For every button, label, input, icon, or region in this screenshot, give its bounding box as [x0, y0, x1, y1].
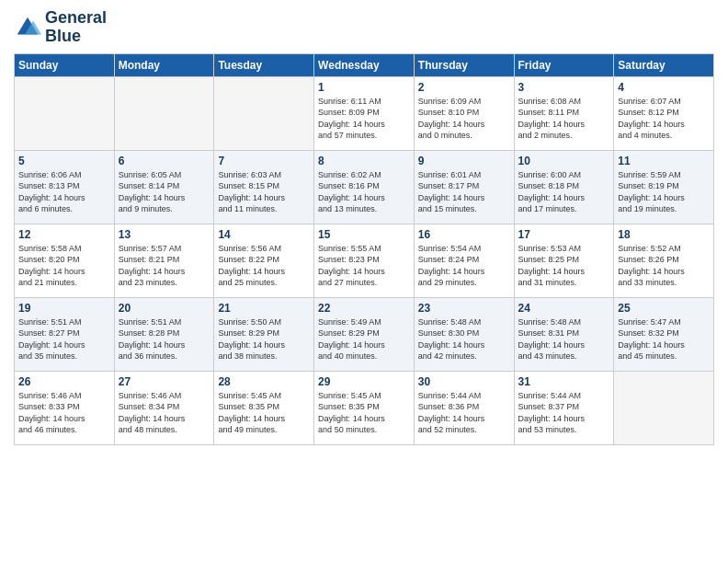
page-header: General Blue [14, 9, 714, 46]
calendar-day-cell: 24Sunrise: 5:48 AM Sunset: 8:31 PM Dayli… [514, 297, 614, 371]
day-number: 18 [618, 228, 710, 241]
calendar-day-cell: 28Sunrise: 5:45 AM Sunset: 8:35 PM Dayli… [214, 371, 314, 444]
day-info: Sunrise: 5:44 AM Sunset: 8:36 PM Dayligh… [418, 390, 510, 436]
day-info: Sunrise: 5:52 AM Sunset: 8:26 PM Dayligh… [618, 243, 710, 289]
day-info: Sunrise: 5:56 AM Sunset: 8:22 PM Dayligh… [218, 243, 310, 289]
calendar-day-cell: 19Sunrise: 5:51 AM Sunset: 8:27 PM Dayli… [15, 297, 115, 371]
day-number: 9 [418, 155, 510, 167]
day-info: Sunrise: 5:45 AM Sunset: 8:35 PM Dayligh… [218, 390, 310, 436]
calendar-day-cell [614, 371, 714, 444]
day-number: 24 [518, 302, 610, 315]
calendar-day-cell: 25Sunrise: 5:47 AM Sunset: 8:32 PM Dayli… [614, 297, 714, 371]
calendar-day-cell: 8Sunrise: 6:02 AM Sunset: 8:16 PM Daylig… [314, 150, 415, 224]
day-info: Sunrise: 6:11 AM Sunset: 8:09 PM Dayligh… [318, 96, 410, 142]
day-number: 23 [418, 302, 510, 315]
calendar-day-cell [214, 76, 314, 150]
day-info: Sunrise: 5:46 AM Sunset: 8:34 PM Dayligh… [119, 390, 210, 436]
day-number: 5 [18, 155, 110, 167]
calendar-day-cell: 4Sunrise: 6:07 AM Sunset: 8:12 PM Daylig… [614, 76, 714, 150]
calendar-day-cell: 2Sunrise: 6:09 AM Sunset: 8:10 PM Daylig… [414, 76, 514, 150]
day-number: 11 [618, 155, 710, 167]
day-number: 4 [618, 81, 710, 94]
day-info: Sunrise: 5:57 AM Sunset: 8:21 PM Dayligh… [119, 243, 210, 289]
day-number: 17 [518, 228, 610, 241]
calendar-day-cell: 14Sunrise: 5:56 AM Sunset: 8:22 PM Dayli… [214, 224, 314, 297]
calendar-day-cell: 20Sunrise: 5:51 AM Sunset: 8:28 PM Dayli… [114, 297, 214, 371]
day-number: 19 [18, 302, 110, 315]
calendar-week-row: 1Sunrise: 6:11 AM Sunset: 8:09 PM Daylig… [15, 76, 714, 150]
day-number: 31 [518, 375, 610, 388]
day-of-week-header: Friday [514, 53, 614, 76]
day-info: Sunrise: 5:44 AM Sunset: 8:37 PM Dayligh… [518, 390, 610, 436]
calendar-week-row: 5Sunrise: 6:06 AM Sunset: 8:13 PM Daylig… [15, 150, 714, 224]
calendar-week-row: 19Sunrise: 5:51 AM Sunset: 8:27 PM Dayli… [15, 297, 714, 371]
day-info: Sunrise: 5:49 AM Sunset: 8:29 PM Dayligh… [318, 316, 410, 362]
day-info: Sunrise: 5:45 AM Sunset: 8:35 PM Dayligh… [318, 390, 410, 436]
day-number: 16 [418, 228, 510, 241]
day-info: Sunrise: 5:55 AM Sunset: 8:23 PM Dayligh… [318, 243, 410, 289]
calendar-day-cell: 15Sunrise: 5:55 AM Sunset: 8:23 PM Dayli… [314, 224, 415, 297]
calendar-day-cell [114, 76, 214, 150]
calendar-day-cell: 30Sunrise: 5:44 AM Sunset: 8:36 PM Dayli… [414, 371, 514, 444]
logo-icon [14, 14, 41, 41]
day-info: Sunrise: 6:01 AM Sunset: 8:17 PM Dayligh… [418, 169, 510, 215]
calendar-day-cell: 23Sunrise: 5:48 AM Sunset: 8:30 PM Dayli… [414, 297, 514, 371]
day-info: Sunrise: 6:06 AM Sunset: 8:13 PM Dayligh… [18, 169, 110, 215]
calendar-week-row: 12Sunrise: 5:58 AM Sunset: 8:20 PM Dayli… [15, 224, 714, 297]
day-info: Sunrise: 5:51 AM Sunset: 8:27 PM Dayligh… [18, 316, 110, 362]
day-number: 20 [119, 302, 210, 315]
calendar-day-cell: 3Sunrise: 6:08 AM Sunset: 8:11 PM Daylig… [514, 76, 614, 150]
day-info: Sunrise: 5:51 AM Sunset: 8:28 PM Dayligh… [119, 316, 210, 362]
calendar-day-cell: 7Sunrise: 6:03 AM Sunset: 8:15 PM Daylig… [214, 150, 314, 224]
day-of-week-header: Monday [114, 53, 214, 76]
calendar-day-cell: 13Sunrise: 5:57 AM Sunset: 8:21 PM Dayli… [114, 224, 214, 297]
calendar-day-cell: 22Sunrise: 5:49 AM Sunset: 8:29 PM Dayli… [314, 297, 415, 371]
day-number: 10 [518, 155, 610, 167]
day-info: Sunrise: 6:03 AM Sunset: 8:15 PM Dayligh… [218, 169, 310, 215]
calendar-day-cell: 18Sunrise: 5:52 AM Sunset: 8:26 PM Dayli… [614, 224, 714, 297]
day-number: 2 [418, 81, 510, 94]
day-number: 7 [218, 155, 310, 167]
calendar-day-cell: 12Sunrise: 5:58 AM Sunset: 8:20 PM Dayli… [15, 224, 115, 297]
logo-text: General Blue [45, 9, 107, 46]
day-info: Sunrise: 5:47 AM Sunset: 8:32 PM Dayligh… [618, 316, 710, 362]
day-info: Sunrise: 6:05 AM Sunset: 8:14 PM Dayligh… [119, 169, 210, 215]
day-info: Sunrise: 5:46 AM Sunset: 8:33 PM Dayligh… [18, 390, 110, 436]
day-info: Sunrise: 5:53 AM Sunset: 8:25 PM Dayligh… [518, 243, 610, 289]
day-info: Sunrise: 5:54 AM Sunset: 8:24 PM Dayligh… [418, 243, 510, 289]
day-number: 6 [119, 155, 210, 167]
day-number: 26 [18, 375, 110, 388]
day-number: 13 [119, 228, 210, 241]
day-info: Sunrise: 6:09 AM Sunset: 8:10 PM Dayligh… [418, 96, 510, 142]
day-of-week-header: Tuesday [214, 53, 314, 76]
day-number: 3 [518, 81, 610, 94]
day-number: 14 [218, 228, 310, 241]
day-info: Sunrise: 6:00 AM Sunset: 8:18 PM Dayligh… [518, 169, 610, 215]
day-number: 12 [18, 228, 110, 241]
day-info: Sunrise: 6:02 AM Sunset: 8:16 PM Dayligh… [318, 169, 410, 215]
day-number: 22 [318, 302, 410, 315]
day-info: Sunrise: 5:59 AM Sunset: 8:19 PM Dayligh… [618, 169, 710, 215]
calendar-day-cell: 26Sunrise: 5:46 AM Sunset: 8:33 PM Dayli… [15, 371, 115, 444]
calendar-day-cell: 21Sunrise: 5:50 AM Sunset: 8:29 PM Dayli… [214, 297, 314, 371]
day-of-week-header: Sunday [15, 53, 115, 76]
calendar-day-cell: 11Sunrise: 5:59 AM Sunset: 8:19 PM Dayli… [614, 150, 714, 224]
day-number: 21 [218, 302, 310, 315]
day-number: 29 [318, 375, 410, 388]
day-number: 27 [119, 375, 210, 388]
day-number: 30 [418, 375, 510, 388]
logo: General Blue [14, 9, 107, 46]
day-of-week-header: Saturday [614, 53, 714, 76]
day-number: 8 [318, 155, 410, 167]
day-of-week-header: Thursday [414, 53, 514, 76]
calendar-table: SundayMondayTuesdayWednesdayThursdayFrid… [14, 53, 714, 445]
calendar-day-cell [15, 76, 115, 150]
day-info: Sunrise: 5:50 AM Sunset: 8:29 PM Dayligh… [218, 316, 310, 362]
day-number: 1 [318, 81, 410, 94]
day-info: Sunrise: 5:48 AM Sunset: 8:31 PM Dayligh… [518, 316, 610, 362]
calendar-day-cell: 10Sunrise: 6:00 AM Sunset: 8:18 PM Dayli… [514, 150, 614, 224]
day-info: Sunrise: 6:08 AM Sunset: 8:11 PM Dayligh… [518, 96, 610, 142]
calendar-day-cell: 6Sunrise: 6:05 AM Sunset: 8:14 PM Daylig… [114, 150, 214, 224]
calendar-week-row: 26Sunrise: 5:46 AM Sunset: 8:33 PM Dayli… [15, 371, 714, 444]
calendar-day-cell: 17Sunrise: 5:53 AM Sunset: 8:25 PM Dayli… [514, 224, 614, 297]
